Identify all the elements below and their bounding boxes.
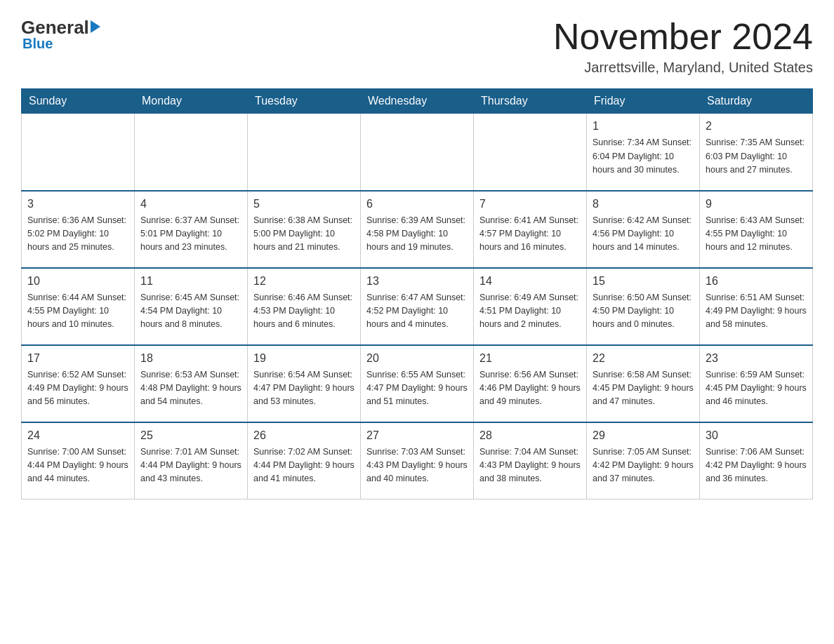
day-cell	[361, 114, 474, 191]
day-number: 7	[479, 196, 581, 213]
day-info: Sunrise: 7:35 AM Sunset: 6:03 PM Dayligh…	[706, 136, 807, 177]
header-row: SundayMondayTuesdayWednesdayThursdayFrid…	[22, 89, 813, 114]
day-number: 12	[253, 273, 355, 290]
day-info: Sunrise: 6:47 AM Sunset: 4:52 PM Dayligh…	[366, 291, 468, 332]
day-cell	[22, 114, 135, 191]
day-cell: 12Sunrise: 6:46 AM Sunset: 4:53 PM Dayli…	[248, 268, 361, 345]
day-cell	[474, 114, 587, 191]
day-number: 28	[479, 427, 581, 444]
day-info: Sunrise: 6:54 AM Sunset: 4:47 PM Dayligh…	[253, 368, 355, 409]
day-info: Sunrise: 6:50 AM Sunset: 4:50 PM Dayligh…	[593, 291, 694, 332]
day-number: 3	[27, 196, 128, 213]
logo-arrow-icon	[91, 20, 100, 33]
day-number: 2	[706, 118, 807, 135]
day-info: Sunrise: 7:01 AM Sunset: 4:44 PM Dayligh…	[140, 445, 241, 486]
day-info: Sunrise: 6:59 AM Sunset: 4:45 PM Dayligh…	[706, 368, 807, 409]
day-number: 19	[253, 350, 355, 367]
day-cell: 25Sunrise: 7:01 AM Sunset: 4:44 PM Dayli…	[135, 422, 248, 499]
day-cell: 2Sunrise: 7:35 AM Sunset: 6:03 PM Daylig…	[700, 114, 813, 191]
day-info: Sunrise: 6:51 AM Sunset: 4:49 PM Dayligh…	[706, 291, 807, 332]
week-row-2: 3Sunrise: 6:36 AM Sunset: 5:02 PM Daylig…	[22, 191, 813, 268]
day-cell: 19Sunrise: 6:54 AM Sunset: 4:47 PM Dayli…	[248, 345, 361, 422]
day-info: Sunrise: 6:56 AM Sunset: 4:46 PM Dayligh…	[479, 368, 581, 409]
week-row-5: 24Sunrise: 7:00 AM Sunset: 4:44 PM Dayli…	[22, 422, 813, 499]
day-number: 21	[479, 350, 581, 367]
logo: General Blue	[21, 17, 100, 52]
header-cell-friday: Friday	[587, 89, 700, 114]
day-cell: 22Sunrise: 6:58 AM Sunset: 4:45 PM Dayli…	[587, 345, 700, 422]
day-number: 1	[593, 118, 694, 135]
day-info: Sunrise: 6:42 AM Sunset: 4:56 PM Dayligh…	[593, 214, 694, 255]
day-cell: 10Sunrise: 6:44 AM Sunset: 4:55 PM Dayli…	[22, 268, 135, 345]
day-cell: 9Sunrise: 6:43 AM Sunset: 4:55 PM Daylig…	[700, 191, 813, 268]
page-title: November 2024	[553, 17, 813, 57]
day-info: Sunrise: 7:00 AM Sunset: 4:44 PM Dayligh…	[27, 445, 128, 486]
day-info: Sunrise: 7:04 AM Sunset: 4:43 PM Dayligh…	[479, 445, 581, 486]
day-number: 13	[366, 273, 468, 290]
day-cell: 18Sunrise: 6:53 AM Sunset: 4:48 PM Dayli…	[135, 345, 248, 422]
day-cell: 8Sunrise: 6:42 AM Sunset: 4:56 PM Daylig…	[587, 191, 700, 268]
day-number: 15	[593, 273, 694, 290]
header-cell-sunday: Sunday	[22, 89, 135, 114]
day-info: Sunrise: 6:37 AM Sunset: 5:01 PM Dayligh…	[140, 214, 241, 255]
day-number: 8	[593, 196, 694, 213]
day-cell: 1Sunrise: 7:34 AM Sunset: 6:04 PM Daylig…	[587, 114, 700, 191]
day-info: Sunrise: 7:02 AM Sunset: 4:44 PM Dayligh…	[253, 445, 355, 486]
day-number: 18	[140, 350, 241, 367]
day-info: Sunrise: 6:43 AM Sunset: 4:55 PM Dayligh…	[706, 214, 807, 255]
day-info: Sunrise: 6:49 AM Sunset: 4:51 PM Dayligh…	[479, 291, 581, 332]
day-cell	[135, 114, 248, 191]
day-cell: 4Sunrise: 6:37 AM Sunset: 5:01 PM Daylig…	[135, 191, 248, 268]
day-number: 9	[706, 196, 807, 213]
day-info: Sunrise: 6:58 AM Sunset: 4:45 PM Dayligh…	[593, 368, 694, 409]
day-cell: 21Sunrise: 6:56 AM Sunset: 4:46 PM Dayli…	[474, 345, 587, 422]
day-info: Sunrise: 7:06 AM Sunset: 4:42 PM Dayligh…	[706, 445, 807, 486]
day-cell: 5Sunrise: 6:38 AM Sunset: 5:00 PM Daylig…	[248, 191, 361, 268]
day-cell: 14Sunrise: 6:49 AM Sunset: 4:51 PM Dayli…	[474, 268, 587, 345]
day-number: 26	[253, 427, 355, 444]
day-cell: 11Sunrise: 6:45 AM Sunset: 4:54 PM Dayli…	[135, 268, 248, 345]
day-cell: 29Sunrise: 7:05 AM Sunset: 4:42 PM Dayli…	[587, 422, 700, 499]
day-cell: 16Sunrise: 6:51 AM Sunset: 4:49 PM Dayli…	[700, 268, 813, 345]
day-info: Sunrise: 6:52 AM Sunset: 4:49 PM Dayligh…	[27, 368, 128, 409]
day-cell	[248, 114, 361, 191]
day-info: Sunrise: 7:03 AM Sunset: 4:43 PM Dayligh…	[366, 445, 468, 486]
day-cell: 26Sunrise: 7:02 AM Sunset: 4:44 PM Dayli…	[248, 422, 361, 499]
day-cell: 7Sunrise: 6:41 AM Sunset: 4:57 PM Daylig…	[474, 191, 587, 268]
day-info: Sunrise: 6:36 AM Sunset: 5:02 PM Dayligh…	[27, 214, 128, 255]
day-info: Sunrise: 6:53 AM Sunset: 4:48 PM Dayligh…	[140, 368, 241, 409]
day-number: 6	[366, 196, 468, 213]
header-cell-saturday: Saturday	[700, 89, 813, 114]
week-row-1: 1Sunrise: 7:34 AM Sunset: 6:04 PM Daylig…	[22, 114, 813, 191]
header-cell-monday: Monday	[135, 89, 248, 114]
day-cell: 17Sunrise: 6:52 AM Sunset: 4:49 PM Dayli…	[22, 345, 135, 422]
day-number: 17	[27, 350, 128, 367]
day-cell: 28Sunrise: 7:04 AM Sunset: 4:43 PM Dayli…	[474, 422, 587, 499]
day-cell: 24Sunrise: 7:00 AM Sunset: 4:44 PM Dayli…	[22, 422, 135, 499]
calendar-table: SundayMondayTuesdayWednesdayThursdayFrid…	[21, 88, 813, 499]
day-number: 11	[140, 273, 241, 290]
day-info: Sunrise: 6:55 AM Sunset: 4:47 PM Dayligh…	[366, 368, 468, 409]
day-number: 20	[366, 350, 468, 367]
day-number: 22	[593, 350, 694, 367]
day-cell: 23Sunrise: 6:59 AM Sunset: 4:45 PM Dayli…	[700, 345, 813, 422]
page-subtitle: Jarrettsville, Maryland, United States	[553, 60, 813, 76]
day-info: Sunrise: 6:39 AM Sunset: 4:58 PM Dayligh…	[366, 214, 468, 255]
day-cell: 15Sunrise: 6:50 AM Sunset: 4:50 PM Dayli…	[587, 268, 700, 345]
header: General Blue November 2024 Jarrettsville…	[21, 17, 813, 76]
day-number: 14	[479, 273, 581, 290]
day-cell: 13Sunrise: 6:47 AM Sunset: 4:52 PM Dayli…	[361, 268, 474, 345]
header-cell-thursday: Thursday	[474, 89, 587, 114]
day-number: 24	[27, 427, 128, 444]
day-cell: 27Sunrise: 7:03 AM Sunset: 4:43 PM Dayli…	[361, 422, 474, 499]
day-number: 29	[593, 427, 694, 444]
day-number: 30	[706, 427, 807, 444]
day-info: Sunrise: 6:44 AM Sunset: 4:55 PM Dayligh…	[27, 291, 128, 332]
day-info: Sunrise: 7:05 AM Sunset: 4:42 PM Dayligh…	[593, 445, 694, 486]
day-cell: 30Sunrise: 7:06 AM Sunset: 4:42 PM Dayli…	[700, 422, 813, 499]
logo-subtitle: Blue	[22, 36, 53, 52]
day-cell: 3Sunrise: 6:36 AM Sunset: 5:02 PM Daylig…	[22, 191, 135, 268]
day-number: 10	[27, 273, 128, 290]
day-info: Sunrise: 6:45 AM Sunset: 4:54 PM Dayligh…	[140, 291, 241, 332]
week-row-4: 17Sunrise: 6:52 AM Sunset: 4:49 PM Dayli…	[22, 345, 813, 422]
